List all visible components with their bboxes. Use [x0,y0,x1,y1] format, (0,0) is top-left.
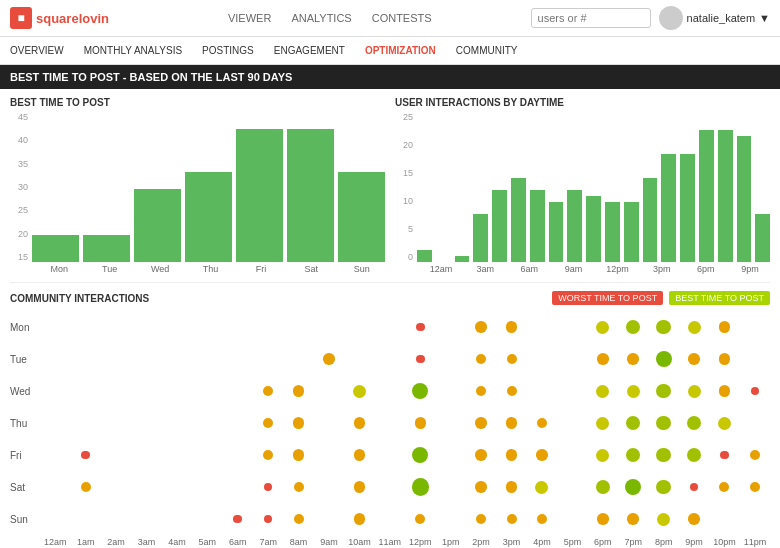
dot [506,449,518,461]
dot [688,353,700,365]
dot-cell [618,407,648,439]
dot-cell [344,439,374,471]
dot [656,480,671,495]
nav-optimization[interactable]: OPTIMIZATION [365,45,436,56]
dot-cell [588,439,618,471]
time-label: 6am [223,537,253,547]
dot-cell [496,311,526,343]
dot-cell [679,471,709,503]
dot-cell [740,439,770,471]
dot-cell [162,439,192,471]
dot-cell [192,311,222,343]
dot-cell [283,471,313,503]
bar [455,256,470,262]
dot-cell [588,311,618,343]
nav-contests[interactable]: CONTESTS [372,12,432,24]
dot-cell [557,311,587,343]
dot-cell [375,311,405,343]
time-label: 1pm [435,537,465,547]
time-label: 9am [314,537,344,547]
x-label: 9pm [730,264,770,274]
dot-cell [375,343,405,375]
dot [293,385,305,397]
dot-cell [466,375,496,407]
nav-viewer[interactable]: VIEWER [228,12,271,24]
community-title: COMMUNITY INTERACTIONS [10,293,149,304]
time-label: 4am [162,537,192,547]
dot-cell [344,503,374,535]
nav-analytics[interactable]: ANALYTICS [291,12,351,24]
dot-cell [131,375,161,407]
y-label: 0 [395,252,413,262]
dot [263,450,273,460]
time-label: 8am [283,537,313,547]
dot-cell [466,311,496,343]
y-label: 15 [395,168,413,178]
dot [264,515,273,524]
bar [586,196,601,262]
dot [690,483,699,492]
dot [354,481,366,493]
dot-cell [223,311,253,343]
dot-cell [679,503,709,535]
y-label: 35 [10,159,28,169]
dot [626,416,641,431]
y-label: 20 [10,229,28,239]
dot-cell [527,439,557,471]
nav-overview[interactable]: OVERVIEW [10,45,64,56]
dot [507,386,517,396]
bar [624,202,639,262]
search-input[interactable] [531,8,651,28]
dot-cell [223,439,253,471]
dot [718,417,731,430]
dot-cells [40,439,770,471]
dot-cell [253,343,283,375]
dot-cell [588,471,618,503]
dot-cell [496,375,526,407]
dot-cells [40,503,770,535]
dot [535,481,548,494]
dot-cell [283,439,313,471]
dot [626,448,641,463]
dot-cell [131,439,161,471]
nav-postings[interactable]: POSTINGS [202,45,254,56]
dot-cell [101,407,131,439]
dot-cell [70,503,100,535]
nav-community[interactable]: COMMUNITY [456,45,518,56]
banner-title: BEST TIME TO POST - BASED ON THE LAST 90… [10,71,292,83]
dot-cell [405,311,435,343]
dot-cell [466,503,496,535]
dot [719,353,731,365]
dot-cell [314,311,344,343]
dot-cell [496,439,526,471]
dot [750,482,760,492]
time-label: 7am [253,537,283,547]
row-label: Sun [10,514,40,525]
dot-cell [679,343,709,375]
dot-cell [648,407,678,439]
nav-monthly-analysis[interactable]: MONTHLY ANALYSIS [84,45,182,56]
dot-cell [709,471,739,503]
user-interactions-y-axis: 2520151050 [395,112,417,262]
dot-cells [40,375,770,407]
dot-cell [709,375,739,407]
dot-cell [40,343,70,375]
dot-cell [131,343,161,375]
x-label: 3am [465,264,505,274]
dot [656,448,671,463]
dot-cell [648,343,678,375]
dot-cell [405,407,435,439]
dot-cell [496,503,526,535]
dot-cell [40,407,70,439]
dot-cell [101,471,131,503]
dot-cell [101,343,131,375]
dot-row: Sun [10,503,770,535]
dot-cell [405,343,435,375]
dot [323,353,335,365]
dot-cell [527,311,557,343]
x-label: Sat [288,264,334,274]
dot [354,417,366,429]
nav-engagement[interactable]: ENGAGEMENT [274,45,345,56]
dot-cell [223,407,253,439]
dot [719,482,729,492]
